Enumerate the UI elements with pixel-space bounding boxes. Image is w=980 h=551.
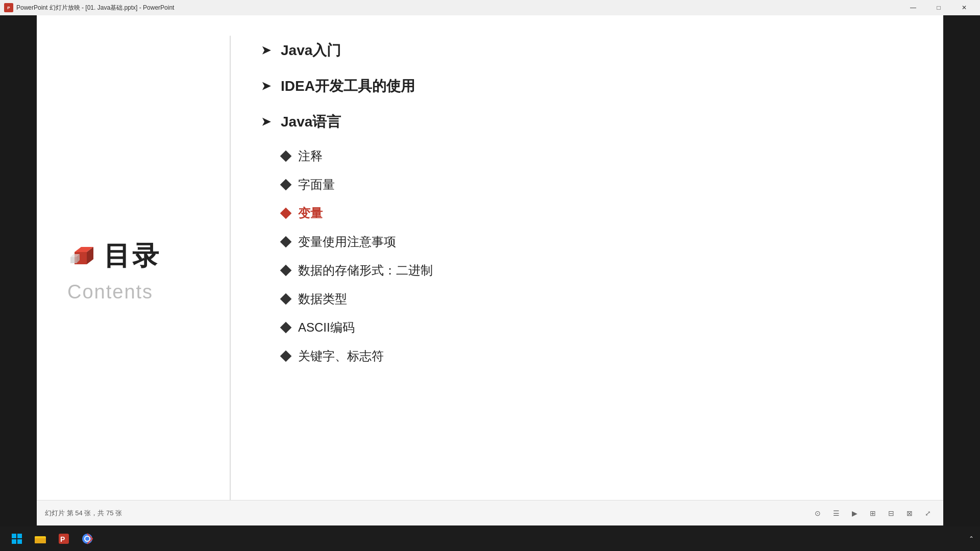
menu-label-active: 变量: [298, 205, 323, 221]
diamond-icon: [280, 236, 292, 248]
diamond-icon-active: [280, 208, 292, 219]
close-button[interactable]: ✕: [952, 0, 976, 15]
menu-label: 变量使用注意事项: [298, 234, 396, 250]
diamond-icon: [280, 293, 292, 305]
menu-label: 关键字、标志符: [298, 348, 384, 364]
title-bar: P PowerPoint 幻灯片放映 - [01. Java基础.pptx] -…: [0, 0, 980, 15]
arrow-marker: ➤: [261, 115, 271, 129]
menu-label: 注释: [298, 148, 323, 164]
arrow-marker: ➤: [261, 80, 271, 93]
list-item: 数据的存储形式：二进制: [282, 262, 902, 279]
slide-container: 目录 Contents ➤ Java入门 ➤ IDEA开发工具的使用 ➤ Jav…: [37, 15, 943, 525]
status-icon-7[interactable]: ⤢: [921, 506, 935, 520]
status-icon-5[interactable]: ⊟: [884, 506, 898, 520]
list-item: ➤ Java入门: [261, 41, 902, 60]
svg-rect-12: [35, 536, 40, 538]
menu-label: Java语言: [281, 112, 341, 132]
menu-label: ASCII编码: [298, 319, 355, 336]
svg-rect-7: [17, 534, 22, 538]
status-icon-4[interactable]: ⊞: [866, 506, 880, 520]
svg-rect-9: [17, 539, 22, 544]
title-bar-left: P PowerPoint 幻灯片放映 - [01. Java基础.pptx] -…: [4, 3, 174, 12]
diamond-icon: [280, 179, 292, 191]
file-explorer-button[interactable]: [30, 528, 51, 549]
status-icon-6[interactable]: ⊠: [902, 506, 917, 520]
status-right: ⊙ ☰ ▶ ⊞ ⊟ ⊠ ⤢: [811, 506, 935, 520]
minimize-button[interactable]: —: [901, 0, 925, 15]
status-icon-3[interactable]: ▶: [847, 506, 862, 520]
svg-marker-3: [70, 257, 77, 263]
list-item: 变量使用注意事项: [282, 234, 902, 250]
window-title: PowerPoint 幻灯片放映 - [01. Java基础.pptx] - P…: [16, 4, 174, 12]
window-controls[interactable]: — □ ✕: [901, 0, 976, 15]
chrome-taskbar-button[interactable]: [77, 528, 98, 549]
slide-title-en: Contents: [67, 281, 209, 303]
menu-label: 数据类型: [298, 291, 347, 307]
status-icon-1[interactable]: ⊙: [811, 506, 825, 520]
diamond-icon: [280, 265, 292, 277]
svg-point-17: [85, 537, 89, 541]
menu-label: 数据的存储形式：二进制: [298, 262, 433, 279]
svg-rect-6: [12, 534, 16, 538]
diamond-icon: [280, 151, 292, 162]
list-item: 变量: [282, 205, 902, 221]
menu-label: Java入门: [281, 41, 341, 60]
cube-icon: [67, 242, 95, 270]
slide-status: 幻灯片 第 54 张，共 75 张: [45, 509, 122, 518]
left-panel: 目录 Contents: [67, 36, 231, 505]
diamond-icon: [280, 322, 292, 334]
arrow-marker: ➤: [261, 44, 271, 57]
windows-start-button[interactable]: [6, 528, 28, 549]
logo-area: 目录: [67, 238, 209, 274]
svg-rect-8: [12, 539, 16, 544]
taskbar-time: ⌃: [969, 535, 974, 542]
svg-rect-11: [35, 538, 46, 543]
slide-content: 目录 Contents ➤ Java入门 ➤ IDEA开发工具的使用 ➤ Jav…: [37, 15, 943, 525]
diamond-icon: [280, 350, 292, 362]
menu-label: IDEA开发工具的使用: [281, 77, 415, 96]
taskbar-right: ⌃: [969, 535, 974, 542]
list-item: 字面量: [282, 177, 902, 193]
list-item: 关键字、标志符: [282, 348, 902, 364]
status-bar: 幻灯片 第 54 张，共 75 张 ⊙ ☰ ▶ ⊞ ⊟ ⊠ ⤢: [37, 500, 943, 525]
powerpoint-taskbar-button[interactable]: P: [53, 528, 75, 549]
list-item: ➤ IDEA开发工具的使用: [261, 77, 902, 96]
list-item: ➤ Java语言: [261, 112, 902, 132]
status-icon-2[interactable]: ☰: [829, 506, 843, 520]
right-panel: ➤ Java入门 ➤ IDEA开发工具的使用 ➤ Java语言 注释 字面量: [261, 36, 902, 505]
list-item: 数据类型: [282, 291, 902, 307]
menu-label: 字面量: [298, 177, 335, 193]
list-item: ASCII编码: [282, 319, 902, 336]
slide-title-zh: 目录: [104, 238, 161, 274]
maximize-button[interactable]: □: [927, 0, 950, 15]
taskbar: P ⌃: [0, 527, 980, 551]
svg-text:P: P: [60, 535, 65, 543]
powerpoint-logo: P: [4, 3, 13, 12]
list-item: 注释: [282, 148, 902, 164]
